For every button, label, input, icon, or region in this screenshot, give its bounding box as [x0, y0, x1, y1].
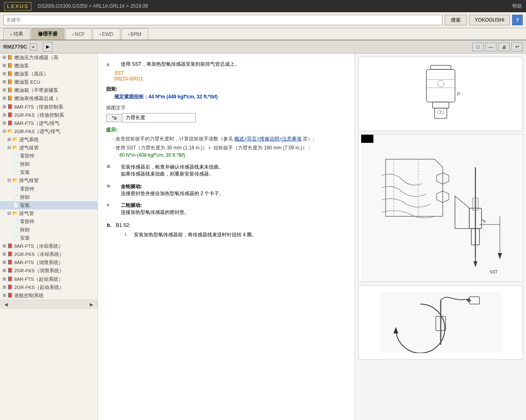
- sidebar-scroll-right[interactable]: ►: [89, 301, 94, 308]
- expand-icon-1[interactable]: ⊞: [2, 62, 6, 69]
- expand-icon-27[interactable]: ⊞: [2, 276, 6, 282]
- expand-icon-4[interactable]: ⊞: [2, 87, 6, 93]
- toolbar-minimize-button[interactable]: □: [472, 42, 484, 51]
- sidebar-item-3[interactable]: ⊞📙燃油泵 ECU: [0, 78, 98, 86]
- sidebar-item-label-10: 进气系统: [19, 136, 39, 143]
- toolbar-right: □ — 🖨 ↩: [472, 42, 523, 51]
- sidebar-item-23[interactable]: ⊞📕8AR-FTS（冷却系统）: [0, 242, 98, 250]
- sidebar-item-0[interactable]: ⊞📙燃油压力传感器（高: [0, 53, 98, 62]
- sidebar-item-16[interactable]: 📄零部件: [0, 185, 98, 193]
- sidebar-item-6[interactable]: ⊞📕8AR-FTS（排放控制系: [0, 103, 98, 111]
- sidebar-item-28[interactable]: ⊞📕2GR-FKS（起动系统）: [0, 283, 98, 291]
- step-ii-text: 使用 SST，将加热型氧传感器安装到前排气管总成上。: [121, 61, 240, 67]
- expand-icon-5[interactable]: ⊞: [2, 95, 6, 101]
- expand-icon-19[interactable]: ⊟: [7, 210, 11, 216]
- toolbar-close-button[interactable]: ×: [30, 43, 37, 51]
- expand-icon-7[interactable]: ⊞: [2, 112, 6, 118]
- item-type-icon-2: 📙: [7, 71, 13, 77]
- toolbar-print-button[interactable]: 🖨: [498, 42, 510, 51]
- step-iv-title: 全轮驱动:: [121, 184, 142, 189]
- help-button[interactable]: 帮助: [512, 3, 522, 10]
- search-button[interactable]: 搜索: [445, 15, 467, 25]
- sidebar-item-2[interactable]: ⊞📙燃油泵（高压）: [0, 70, 98, 78]
- searchbar: 搜索 YOKOGUSHI ?: [0, 12, 526, 28]
- sidebar-item-22[interactable]: 📄安装: [0, 234, 98, 242]
- sidebar-item-21[interactable]: 📄拆卸: [0, 226, 98, 234]
- sidebar-item-9[interactable]: ⊟📂2GR-FKS（进气/排气: [0, 127, 98, 136]
- sidebar-item-label-8: 8AR-FTS（进气/排气: [14, 120, 60, 127]
- sidebar-item-label-9: 2GR-FKS（进气/排气: [14, 128, 60, 135]
- expand-icon-9[interactable]: ⊟: [2, 128, 6, 134]
- hint-item-1: 改变扭矩扳手的力臂长度时，计算扭矩扳手读数（参见 概述>导言>维修说明>注意事项…: [113, 135, 346, 142]
- expand-icon-8[interactable]: ⊞: [2, 120, 6, 126]
- tab-repair-manual-label: 修理手册: [38, 31, 58, 38]
- expand-icon-26[interactable]: ⊞: [2, 267, 6, 273]
- step-ii-label: ii.: [107, 62, 110, 67]
- tab-repair-manual[interactable]: 修理手册: [31, 28, 64, 40]
- expand-icon-15[interactable]: ⊟: [7, 177, 11, 183]
- hint-item-2: 使用 SST（力臂长度为 30 mm (1.18 in.)）＋ 扭矩扳手（力臂长…: [113, 144, 346, 159]
- step-b-i-label: i.: [125, 231, 127, 236]
- sidebar-item-label-24: 2GR-FKS（冷却系统）: [14, 251, 64, 258]
- hint-link[interactable]: 概述>导言>维修说明>注意事项: [234, 136, 302, 142]
- lexus-logo: LEXUS: [4, 2, 31, 11]
- tab-brm[interactable]: › BRM: [121, 28, 149, 40]
- question-button[interactable]: ?: [512, 15, 523, 25]
- expand-icon-23[interactable]: ⊞: [2, 243, 6, 249]
- sidebar-item-11[interactable]: ⊟📂进气歧管: [0, 144, 98, 152]
- item-type-icon-6: 📕: [7, 104, 13, 110]
- expand-icon-29[interactable]: ⊞: [2, 292, 6, 298]
- sidebar-item-label-3: 燃油泵 ECU: [14, 79, 40, 85]
- item-type-icon-20: 📄: [13, 218, 19, 224]
- expand-icon-3[interactable]: ⊞: [2, 79, 6, 85]
- sidebar-item-13[interactable]: 📄拆卸: [0, 160, 98, 168]
- sidebar-item-12[interactable]: 📄零部件: [0, 152, 98, 160]
- sidebar-item-20[interactable]: 📄零部件: [0, 218, 98, 226]
- sidebar-item-15[interactable]: ⊟📂排气歧管: [0, 176, 98, 184]
- step-b-i-text: 安装加热型氧传感器前，将传感器线束逆时针扭转 4 圈。: [134, 232, 257, 238]
- tab-ncf-arrow: ›: [72, 31, 74, 37]
- expand-icon-28[interactable]: ⊞: [2, 284, 6, 290]
- image-bottom: [359, 286, 522, 359]
- expand-icon-10[interactable]: ⊞: [7, 136, 11, 142]
- toolbar-back-button[interactable]: ↩: [511, 42, 523, 51]
- item-type-icon-11: 📂: [12, 144, 18, 151]
- sidebar-item-7[interactable]: ⊞📕2GR-FKS（排放控制系: [0, 111, 98, 119]
- sidebar-item-26[interactable]: ⊞📕2GR-FKS（润滑系统）: [0, 267, 98, 275]
- yokogushi-button[interactable]: YOKOGUSHI: [469, 15, 510, 25]
- tab-ewd[interactable]: › EWD: [93, 28, 120, 40]
- sidebar-scroll-left[interactable]: ◄: [3, 301, 9, 308]
- tab-ncf[interactable]: › NCF: [65, 28, 92, 40]
- sidebar-item-1[interactable]: ⊞📙燃油泵: [0, 62, 98, 70]
- svg-rect-1: [426, 69, 455, 102]
- tab-results[interactable]: › 结果: [3, 28, 30, 40]
- toolbar-collapse-button[interactable]: —: [485, 42, 497, 51]
- search-input[interactable]: [3, 15, 442, 25]
- sidebar-item-25[interactable]: ⊞📕8AR-FTS（润滑系统）: [0, 258, 98, 267]
- toolbar-play-button[interactable]: ▶: [43, 42, 53, 52]
- sidebar-item-18[interactable]: 📄安装: [0, 201, 98, 209]
- expand-icon-24[interactable]: ⊞: [2, 251, 6, 257]
- sidebar-item-5[interactable]: ⊞📙燃油表传感器总成（: [0, 94, 98, 102]
- step-iv-label: iv.: [107, 183, 111, 188]
- sidebar-item-24[interactable]: ⊞📕2GR-FKS（冷却系统）: [0, 250, 98, 258]
- image-panel-bottom: [358, 285, 523, 360]
- sidebar-item-14[interactable]: 📄安装: [0, 168, 98, 176]
- sidebar-item-10[interactable]: ⊞📂进气系统: [0, 136, 98, 144]
- expand-icon-6[interactable]: ⊞: [2, 104, 6, 110]
- expand-icon-2[interactable]: ⊞: [2, 71, 6, 77]
- step-iii-text1: 安装传感器后，检查并确认传感器线束未扭曲。: [121, 164, 224, 171]
- sidebar-item-label-12: 零部件: [20, 153, 35, 159]
- item-type-icon-9: 📂: [7, 128, 13, 134]
- sidebar-item-19[interactable]: ⊟📂排气管: [0, 209, 98, 218]
- sidebar-item-29[interactable]: ⊞📕巡航控制系统: [0, 291, 98, 300]
- expand-icon-0[interactable]: ⊞: [2, 54, 6, 60]
- sidebar-item-27[interactable]: ⊞📕8AR-FTS（起动系统）: [0, 275, 98, 283]
- expand-icon-25[interactable]: ⊞: [2, 259, 6, 265]
- sidebar-item-17[interactable]: 📄拆卸: [0, 193, 98, 201]
- expand-icon-11[interactable]: ⊟: [7, 144, 11, 151]
- step-iii-text2: 如果传感器线束扭曲，则重新安装传感器。: [121, 171, 224, 178]
- sidebar-item-label-0: 燃油压力传感器（高: [14, 54, 58, 61]
- sidebar-item-4[interactable]: ⊞📙燃油箱（不带炭罐泵: [0, 86, 98, 94]
- sidebar-item-8[interactable]: ⊞📕8AR-FTS（进气/排气: [0, 119, 98, 127]
